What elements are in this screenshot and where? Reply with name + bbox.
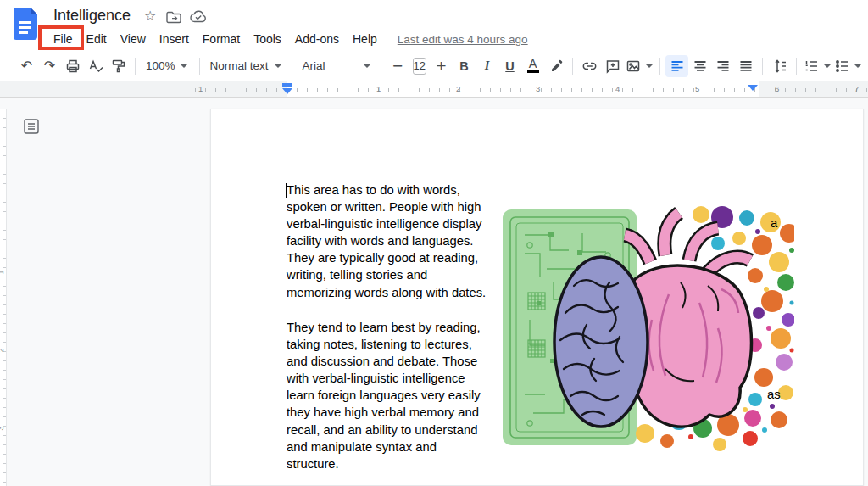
separator: [572, 58, 573, 75]
wrapped-text-fragment[interactable]: as: [767, 388, 781, 401]
chevron-down-icon: [646, 64, 653, 68]
wrapped-text-fragment[interactable]: a: [771, 216, 777, 230]
increase-font-size-button[interactable]: +: [430, 55, 453, 77]
print-button[interactable]: [61, 55, 84, 77]
ruler-number: 6: [775, 84, 779, 93]
cloud-saved-icon[interactable]: [190, 10, 207, 23]
top-bar: Intelligence ☆ File Edit View Insert For…: [0, 0, 868, 51]
highlight-color-button[interactable]: [544, 55, 567, 77]
chevron-down-icon: [824, 64, 831, 68]
decrease-indent-button[interactable]: [863, 55, 868, 77]
show-outline-button[interactable]: [23, 118, 40, 135]
italic-button[interactable]: I: [476, 55, 498, 77]
add-comment-button[interactable]: [601, 55, 624, 77]
separator: [199, 58, 200, 75]
separator: [659, 58, 660, 75]
document-canvas: 1 2 3 This area has to do with words, sp…: [0, 98, 868, 486]
menu-bar: File Edit View Insert Format Tools Add-o…: [47, 29, 528, 49]
paragraph-style-select[interactable]: Normal text: [205, 55, 287, 77]
underline-button[interactable]: U: [498, 55, 521, 77]
align-left-button[interactable]: [665, 55, 688, 77]
ruler-number: 4: [615, 84, 620, 93]
zoom-select[interactable]: 100%: [141, 55, 192, 77]
last-edit-link[interactable]: Last edit was 4 hours ago: [398, 33, 528, 46]
ruler-number: 5: [695, 84, 699, 93]
chevron-down-icon: [181, 64, 187, 68]
menu-help[interactable]: Help: [346, 31, 384, 47]
google-docs-window: Intelligence ☆ File Edit View Insert For…: [0, 0, 868, 486]
insert-link-button[interactable]: [578, 55, 601, 77]
font-size-input[interactable]: 12: [413, 58, 426, 75]
separator: [381, 58, 381, 75]
text-color-button[interactable]: A: [521, 55, 544, 77]
line-spacing-button[interactable]: [768, 55, 791, 77]
document-title[interactable]: Intelligence: [53, 7, 131, 25]
menu-insert[interactable]: Insert: [153, 31, 196, 47]
chevron-down-icon: [364, 64, 370, 68]
menu-addons[interactable]: Add-ons: [288, 31, 346, 47]
document-page[interactable]: This area has to do with words, spoken o…: [210, 109, 864, 486]
inline-image-brain-heart[interactable]: [499, 201, 794, 451]
vertical-ruler: 1 2 3: [0, 109, 7, 486]
paint-format-button[interactable]: [107, 55, 130, 77]
current-text-color-swatch: [527, 70, 539, 73]
ruler-number: 1: [376, 84, 381, 93]
menu-file[interactable]: File: [47, 31, 80, 47]
move-to-folder-icon[interactable]: [166, 11, 181, 24]
undo-button[interactable]: ↶: [15, 55, 38, 77]
horizontal-ruler: 1 1 2 3 4 5 6 7: [0, 81, 868, 98]
chevron-down-icon: [275, 64, 281, 68]
separator: [292, 58, 292, 75]
decrease-font-size-button[interactable]: −: [387, 55, 409, 77]
separator: [762, 58, 763, 75]
google-docs-logo-icon[interactable]: [14, 8, 37, 40]
menu-tools[interactable]: Tools: [247, 31, 288, 47]
justify-button[interactable]: [734, 55, 757, 77]
bold-button[interactable]: B: [453, 55, 476, 77]
brain-half: [554, 257, 648, 427]
ruler-number: 3: [536, 84, 540, 93]
redo-button[interactable]: ↷: [38, 55, 61, 77]
align-right-button[interactable]: [711, 55, 734, 77]
menu-edit[interactable]: Edit: [80, 31, 114, 47]
align-center-button[interactable]: [688, 55, 711, 77]
spell-check-button[interactable]: [84, 55, 107, 77]
insert-image-button[interactable]: [624, 55, 654, 77]
ruler-number: 2: [456, 84, 460, 93]
format-toolbar: ↶ ↷ 100% Normal text Arial: [0, 51, 868, 81]
numbered-list-button[interactable]: [802, 55, 832, 77]
ruler-ticks: [195, 88, 868, 92]
separator: [135, 58, 136, 75]
separator: [796, 58, 797, 75]
star-icon[interactable]: ☆: [144, 8, 156, 24]
bulleted-list-button[interactable]: [832, 55, 863, 77]
menu-view[interactable]: View: [114, 31, 153, 47]
font-select[interactable]: Arial: [298, 55, 376, 77]
ruler-number: 1: [198, 84, 203, 93]
chevron-down-icon: [854, 64, 861, 68]
ruler-number: 7: [854, 84, 859, 93]
menu-format[interactable]: Format: [196, 31, 247, 47]
